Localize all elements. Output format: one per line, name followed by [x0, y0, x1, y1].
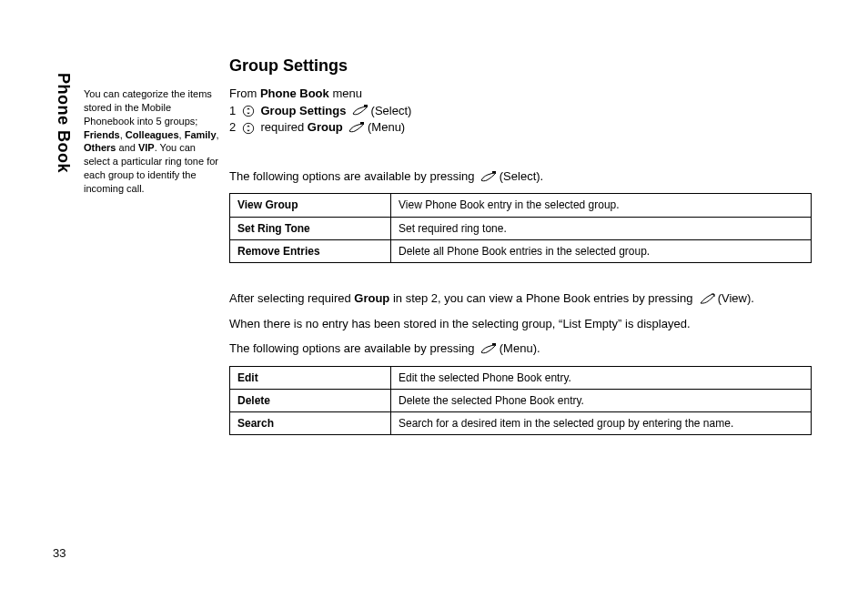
pen-icon — [698, 293, 712, 306]
intro-group-2: Family — [185, 129, 217, 140]
after-select-post: (View). — [714, 291, 754, 305]
intro-group-3: Others — [84, 142, 116, 153]
step1-number: 1 — [229, 104, 236, 117]
intro-and: and — [116, 142, 137, 153]
table-row: Delete Delete the selected Phone Book en… — [230, 389, 812, 411]
avail2-post: (Menu). — [496, 341, 540, 355]
step2-mid: required — [257, 120, 308, 134]
section-tab: Phone Book — [53, 73, 75, 173]
options-table-2: Edit Edit the selected Phone Book entry.… — [229, 366, 812, 436]
steps-block: From Phone Book menu 1 Group Settings (S… — [229, 86, 812, 136]
softkey-icon — [351, 105, 366, 117]
steps-from-pre: From — [229, 86, 260, 100]
step1-post: (Select) — [368, 104, 411, 117]
step1-bold: Group Settings — [260, 104, 346, 117]
table-row: Edit Edit the selected Phone Book entry. — [230, 366, 812, 389]
after-select-mid: in step 2, you can view a Phone Book ent… — [389, 291, 696, 305]
list-empty-note: When there is no entry has been stored i… — [229, 316, 812, 332]
table-row: Search Search for a desired item in the … — [230, 412, 812, 435]
option-desc: Edit the selected Phone Book entry. — [391, 366, 812, 389]
step2-number: 2 — [229, 120, 236, 134]
avail1-pre: The following options are available by p… — [229, 169, 478, 183]
table-row: View Group View Phone Book entry in the … — [230, 194, 812, 217]
page-title: Group Settings — [229, 55, 812, 76]
option-name: View Group — [230, 194, 391, 217]
steps-from-post: menu — [329, 86, 362, 100]
intro-note: You can categorize the items stored in t… — [84, 87, 220, 196]
intro-group-0: Friends — [84, 129, 120, 140]
after-select-bold: Group — [354, 291, 389, 305]
option-name: Delete — [230, 389, 391, 411]
step2-post: (Menu) — [364, 120, 405, 134]
steps-from-bold: Phone Book — [260, 86, 329, 100]
softkey-icon — [348, 122, 362, 135]
option-name: Set Ring Tone — [230, 217, 391, 239]
option-name: Edit — [230, 366, 391, 389]
softkey-icon — [479, 343, 494, 356]
table-row: Remove Entries Delete all Phone Book ent… — [230, 239, 812, 262]
intro-sep-2: , — [217, 129, 219, 140]
options-table-1: View Group View Phone Book entry in the … — [229, 193, 812, 263]
option-desc: Delete all Phone Book entries in the sel… — [391, 239, 812, 262]
option-desc: Set required ring tone. — [391, 217, 812, 239]
intro-group-1: Colleagues — [126, 129, 179, 140]
step2-bold: Group — [308, 120, 343, 134]
avail2-pre: The following options are available by p… — [229, 341, 478, 355]
table-row: Set Ring Tone Set required ring tone. — [230, 217, 812, 239]
avail1-post: (Select). — [496, 169, 543, 183]
softkey-icon — [479, 171, 494, 184]
option-desc: Delete the selected Phone Book entry. — [391, 389, 812, 411]
option-desc: Search for a desired item in the selecte… — [391, 412, 812, 435]
option-name: Remove Entries — [230, 239, 391, 262]
option-name: Search — [230, 412, 391, 435]
nav-icon — [241, 105, 256, 117]
page-number: 33 — [53, 545, 66, 562]
nav-icon — [241, 122, 256, 135]
option-desc: View Phone Book entry in the selected gr… — [391, 194, 812, 217]
after-select-pre: After selecting required — [229, 291, 354, 305]
intro-pre: You can categorize the items stored in t… — [84, 88, 212, 127]
intro-group-4: VIP — [138, 142, 155, 153]
